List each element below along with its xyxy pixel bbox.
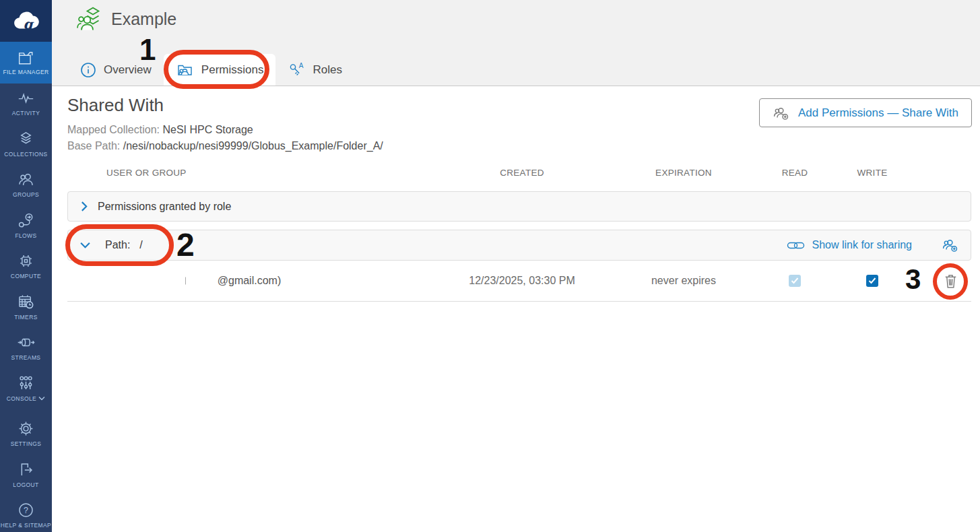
add-permissions-label: Add Permissions — Share With <box>798 106 958 120</box>
page-title: Example <box>111 9 176 29</box>
user-email: @gmail.com) <box>218 275 281 286</box>
collections-icon <box>17 130 35 148</box>
info-icon <box>80 62 96 78</box>
key-icon: A <box>288 61 305 79</box>
path-label: Path: <box>105 239 130 251</box>
permissions-icon <box>176 62 194 78</box>
path-value: / <box>139 239 142 251</box>
sidebar-item-settings[interactable]: SETTINGS <box>0 420 52 461</box>
sidebar-item-groups[interactable]: GROUPS <box>0 170 52 211</box>
add-user-icon <box>942 237 960 253</box>
sidebar-item-label: GROUPS <box>13 191 39 198</box>
path-row[interactable]: Path: / Show link for sharing <box>67 230 971 261</box>
sidebar-item-label: SETTINGS <box>11 440 42 447</box>
delete-permission-button[interactable] <box>919 272 980 290</box>
base-path-label: Base Path: <box>67 140 120 152</box>
write-checkbox[interactable] <box>866 275 878 287</box>
console-icon <box>17 374 35 393</box>
col-read: READ <box>754 168 835 178</box>
collection-title-row: Example <box>76 6 176 32</box>
sidebar-item-logout[interactable]: LOGOUT <box>0 461 52 502</box>
check-icon <box>791 277 799 284</box>
mapped-collection-label: Mapped Collection: <box>67 124 160 135</box>
sidebar-item-label: HELP & SITEMAP <box>1 522 51 529</box>
sidebar-item-help[interactable]: ? HELP & SITEMAP <box>0 501 52 532</box>
tab-bar: Overview Permissions A Roles <box>52 54 354 86</box>
mapped-collection-value: NeSI HPC Storage <box>162 124 253 135</box>
globus-logo[interactable]: g <box>0 0 52 42</box>
show-link-label: Show link for sharing <box>812 239 912 251</box>
guest-collection-icon <box>76 6 103 32</box>
sidebar-item-timers[interactable]: TIMERS <box>0 293 52 334</box>
tab-permissions[interactable]: Permissions <box>164 54 276 86</box>
activity-icon <box>17 89 35 107</box>
add-user-icon <box>773 105 791 121</box>
logo-letter: g <box>24 16 33 32</box>
timers-icon <box>17 293 35 311</box>
tab-roles[interactable]: A Roles <box>275 54 354 86</box>
check-icon <box>868 277 876 284</box>
sidebar-item-label: STREAMS <box>11 354 41 361</box>
groups-icon <box>17 170 35 189</box>
chevron-down-icon <box>38 396 45 401</box>
trash-icon <box>942 272 959 290</box>
link-icon <box>787 240 805 251</box>
sidebar-item-activity[interactable]: ACTIVITY <box>0 89 52 130</box>
col-created: CREATED <box>431 168 613 178</box>
flows-icon <box>17 211 35 230</box>
sidebar-item-label: COMPUTE <box>11 273 41 279</box>
sidebar-item-file-manager[interactable]: FILE MANAGER <box>0 42 52 84</box>
sidebar-item-label: LOGOUT <box>13 481 38 488</box>
sidebar-item-collections[interactable]: COLLECTIONS <box>0 130 52 171</box>
chevron-right-icon[interactable] <box>79 201 89 212</box>
folder-icon <box>17 50 35 66</box>
sidebar-item-streams[interactable]: STREAMS <box>0 333 52 374</box>
tab-label: Roles <box>313 63 341 77</box>
chevron-down-icon[interactable] <box>79 240 91 250</box>
streams-icon <box>17 333 35 352</box>
sidebar: g FILE MANAGER ACTIVITY COLLECTIONS GR <box>0 0 52 532</box>
base-path-line: Base Path: /nesi/nobackup/nesi99999/Glob… <box>67 140 383 152</box>
show-link-for-sharing[interactable]: Show link for sharing <box>787 239 912 251</box>
permission-table-row: @gmail.com) 12/23/2025, 03:30 PM never e… <box>67 261 971 302</box>
sidebar-item-compute[interactable]: COMPUTE <box>0 252 52 293</box>
role-row-label: Permissions granted by role <box>98 201 231 213</box>
expiration-cell: never expires <box>613 275 754 287</box>
help-icon: ? <box>17 501 35 519</box>
role-permissions-row[interactable]: Permissions granted by role <box>67 191 971 222</box>
sidebar-item-label: FILE MANAGER <box>3 69 48 75</box>
compute-icon <box>17 252 35 270</box>
sidebar-item-console[interactable]: CONSOLE <box>0 374 52 415</box>
table-header-row: USER OR GROUP CREATED EXPIRATION READ WR… <box>67 168 971 178</box>
add-permission-on-path-button[interactable] <box>942 237 960 253</box>
sidebar-nav: ACTIVITY COLLECTIONS GROUPS FLOWS <box>0 89 52 532</box>
gear-icon <box>17 420 35 438</box>
sidebar-item-label: COLLECTIONS <box>4 151 47 158</box>
svg-text:A: A <box>299 61 304 69</box>
logout-icon <box>17 461 35 479</box>
col-expiration: EXPIRATION <box>613 168 754 178</box>
created-cell: 12/23/2025, 03:30 PM <box>431 275 613 287</box>
sidebar-item-label: ACTIVITY <box>12 110 40 117</box>
col-user-or-group: USER OR GROUP <box>67 168 431 178</box>
mapped-collection-line: Mapped Collection: NeSI HPC Storage <box>67 124 253 136</box>
user-cell: @gmail.com) <box>67 275 431 287</box>
redacted-mark <box>185 277 186 285</box>
add-permissions-button[interactable]: Add Permissions — Share With <box>759 98 972 127</box>
base-path-value: /nesi/nobackup/nesi99999/Globus_Example/… <box>123 140 383 152</box>
sidebar-item-label: CONSOLE <box>7 395 45 402</box>
sidebar-item-flows[interactable]: FLOWS <box>0 211 52 253</box>
col-write: WRITE <box>835 168 909 178</box>
main-content: Shared With Mapped Collection: NeSI HPC … <box>52 86 980 532</box>
header: Example Overview Permissions A Roles <box>52 0 980 86</box>
sidebar-item-label: TIMERS <box>14 314 38 321</box>
svg-text:?: ? <box>24 506 28 515</box>
shared-with-heading: Shared With <box>67 95 164 116</box>
tab-label: Overview <box>104 63 152 77</box>
sidebar-item-label: FLOWS <box>15 232 36 239</box>
read-checkbox[interactable] <box>789 275 801 287</box>
tab-label: Permissions <box>201 63 264 77</box>
tab-overview[interactable]: Overview <box>68 54 164 86</box>
